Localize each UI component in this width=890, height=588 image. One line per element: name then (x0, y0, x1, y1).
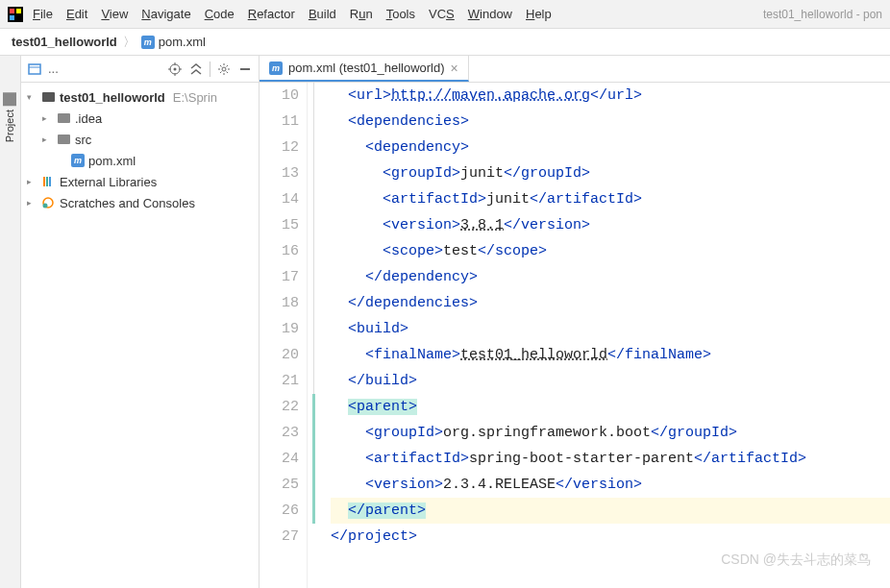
close-icon[interactable]: × (451, 61, 458, 76)
libraries-icon (40, 174, 56, 189)
tab-bar: m pom.xml (test01_helloworld) × (260, 56, 890, 83)
line-number[interactable]: 24 (260, 446, 299, 472)
svg-rect-15 (46, 177, 48, 186)
line-number[interactable]: 21 (260, 368, 299, 394)
code-line[interactable]: <groupId>junit</groupId> (331, 160, 890, 186)
svg-point-7 (174, 67, 177, 70)
breadcrumb-file[interactable]: m pom.xml (141, 35, 206, 49)
sidebar-tab-strip: Project (0, 56, 21, 588)
code-lines[interactable]: <url>http://maven.apache.org</url> <depe… (331, 83, 890, 588)
menu-tools[interactable]: Tools (386, 7, 415, 21)
menu-window[interactable]: Window (468, 7, 512, 21)
code-line[interactable]: <build> (331, 316, 890, 342)
line-number[interactable]: 23 (260, 420, 299, 446)
line-number[interactable]: 26 (260, 498, 299, 524)
scratches-icon (40, 195, 56, 210)
code-line[interactable]: <artifactId>junit</artifactId> (331, 186, 890, 212)
svg-rect-2 (16, 9, 21, 13)
maven-icon: m (269, 61, 283, 75)
project-toolbar-dots[interactable]: ... (48, 61, 59, 76)
folder-icon (58, 135, 70, 144)
line-number[interactable]: 22 (260, 394, 299, 420)
menubar: FileEditViewNavigateCodeRefactorBuildRun… (0, 0, 890, 29)
code-line[interactable]: <groupId>org.springframework.boot</group… (331, 420, 890, 446)
svg-point-18 (43, 204, 48, 208)
tree-node-external-libraries[interactable]: ▸ External Libraries (21, 171, 259, 192)
svg-rect-16 (49, 177, 51, 186)
watermark: CSDN @失去斗志的菜鸟 (721, 551, 871, 569)
menu-navigate[interactable]: Navigate (141, 7, 190, 21)
tab-label: pom.xml (test01_helloworld) (288, 61, 445, 75)
code-line[interactable]: </project> (331, 524, 890, 550)
line-gutter: 101112131415161718192021222324252627 (260, 83, 308, 588)
tree-root[interactable]: ▾ test01_helloworld E:\Sprin (21, 86, 259, 108)
svg-rect-3 (10, 15, 14, 20)
menu-code[interactable]: Code (205, 7, 235, 21)
app-icon (8, 7, 23, 22)
code-line[interactable]: <scope>test</scope> (331, 238, 890, 264)
line-number[interactable]: 17 (260, 264, 299, 290)
line-number[interactable]: 20 (260, 342, 299, 368)
menu-edit[interactable]: Edit (66, 7, 87, 21)
line-number[interactable]: 18 (260, 290, 299, 316)
chevron-right-icon[interactable]: ▸ (27, 177, 37, 186)
folder-icon (58, 113, 70, 123)
tree-node-idea[interactable]: ▸ .idea (21, 108, 259, 129)
code-line[interactable]: </parent> (331, 498, 890, 524)
menu-view[interactable]: View (101, 7, 128, 21)
chevron-right-icon[interactable]: ▸ (42, 113, 52, 123)
chevron-right-icon[interactable]: ▸ (27, 198, 37, 208)
folder-icon (42, 92, 55, 102)
chevron-right-icon: 〉 (123, 34, 136, 51)
line-number[interactable]: 10 (260, 83, 299, 109)
menu-help[interactable]: Help (526, 7, 552, 21)
project-tree: ▾ test01_helloworld E:\Sprin ▸ .idea ▸ s… (21, 83, 259, 217)
code-line[interactable]: </build> (331, 368, 890, 394)
line-number[interactable]: 15 (260, 212, 299, 238)
code-line[interactable]: <version>3.8.1</version> (331, 212, 890, 238)
svg-rect-14 (43, 177, 45, 186)
menu-build[interactable]: Build (309, 7, 336, 21)
line-number[interactable]: 14 (260, 186, 299, 212)
line-number[interactable]: 11 (260, 109, 299, 135)
line-number[interactable]: 27 (260, 524, 299, 550)
sidebar-tab-project[interactable]: Project (0, 85, 19, 150)
code-editor[interactable]: 101112131415161718192021222324252627 <ur… (260, 83, 890, 588)
svg-rect-4 (29, 64, 40, 74)
code-line[interactable]: </dependency> (331, 264, 890, 290)
code-line[interactable]: </dependencies> (331, 290, 890, 316)
menu-items: FileEditViewNavigateCodeRefactorBuildRun… (33, 7, 763, 21)
tree-node-src[interactable]: ▸ src (21, 129, 259, 150)
hide-icon[interactable] (237, 61, 253, 77)
project-view-icon[interactable] (27, 61, 42, 77)
tab-pom-xml[interactable]: m pom.xml (test01_helloworld) × (260, 56, 469, 82)
menu-run[interactable]: Run (350, 7, 373, 21)
tree-node-scratches[interactable]: ▸ Scratches and Consoles (21, 192, 259, 213)
line-number[interactable]: 13 (260, 160, 299, 186)
maven-icon: m (141, 36, 155, 49)
code-line[interactable]: <url>http://maven.apache.org</url> (331, 83, 890, 109)
gear-icon[interactable] (216, 61, 232, 77)
line-number[interactable]: 25 (260, 472, 299, 498)
line-number[interactable]: 12 (260, 135, 299, 160)
chevron-right-icon[interactable]: ▸ (42, 135, 52, 144)
menu-refactor[interactable]: Refactor (248, 7, 295, 21)
expand-all-icon[interactable] (188, 61, 204, 77)
menu-vcs[interactable]: VCS (429, 7, 455, 21)
editor-area: m pom.xml (test01_helloworld) × 10111213… (260, 56, 890, 588)
code-line[interactable]: <dependency> (331, 135, 890, 160)
tree-node-pom[interactable]: m pom.xml (21, 150, 259, 171)
project-toolbar: ... (21, 56, 259, 83)
code-line[interactable]: <artifactId>spring-boot-starter-parent</… (331, 446, 890, 472)
code-line[interactable]: <version>2.3.4.RELEASE</version> (331, 472, 890, 498)
line-number[interactable]: 16 (260, 238, 299, 264)
code-line[interactable]: <dependencies> (331, 109, 890, 135)
locate-icon[interactable] (167, 61, 183, 77)
line-number[interactable]: 19 (260, 316, 299, 342)
breadcrumb-project[interactable]: test01_helloworld (12, 35, 117, 49)
code-line[interactable]: <finalName>test01_helloworld</finalName> (331, 342, 890, 368)
code-line[interactable]: <parent> (331, 394, 890, 420)
chevron-down-icon[interactable]: ▾ (27, 92, 37, 102)
menu-file[interactable]: File (33, 7, 53, 21)
maven-icon: m (71, 154, 85, 167)
